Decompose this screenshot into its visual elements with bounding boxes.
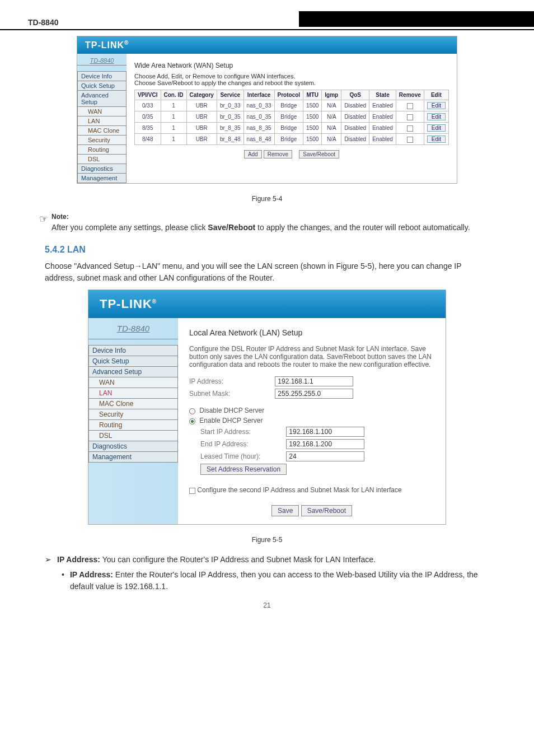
remove-checkbox[interactable]	[407, 137, 413, 143]
note-icon: ☞	[39, 213, 48, 225]
note-text: After you complete any settings, please …	[51, 222, 470, 234]
lan-desc: Configure the DSL Router IP Address and …	[189, 345, 434, 368]
brand-text: TP-LINK	[100, 297, 152, 311]
table-row: 0/35 1 UBR br_0_35 nas_0_35 Bridge 1500 …	[134, 111, 448, 123]
menu-device-info[interactable]: Device Info	[88, 345, 178, 356]
menu-mac-clone[interactable]: MAC Clone	[77, 125, 127, 135]
table-row: 8/48 1 UBR br_8_48 nas_8_48 Bridge 1500 …	[134, 134, 448, 145]
save-reboot-button[interactable]: Save/Reboot	[301, 505, 352, 516]
save-reboot-button[interactable]: Save/Reboot	[299, 150, 339, 158]
menu-management[interactable]: Management	[77, 173, 127, 183]
tp-brand-band: TP-LINK®	[77, 36, 457, 54]
dhcp-disable-radio[interactable]	[189, 408, 195, 414]
model-label: TD-8840	[77, 54, 127, 66]
ip-address-label: IP Address:	[189, 377, 273, 385]
sidebar-nav: TD-8840 Device Info Quick Setup Advanced…	[77, 54, 127, 183]
second-ip-checkbox[interactable]	[189, 488, 195, 494]
wan-main-panel: Wide Area Network (WAN) Setup Choose Add…	[127, 54, 457, 183]
dhcp-enable-label: Enable DHCP Server	[199, 417, 263, 424]
note-label: Note:	[51, 213, 470, 221]
section-intro: Choose "Advanced Setup→LAN" menu, and yo…	[45, 260, 489, 284]
menu-advanced[interactable]: Advanced Setup	[88, 366, 178, 377]
bullet-icon: •	[62, 569, 64, 581]
wan-table: VPI/VCI Con. ID Category Service Interfa…	[134, 90, 449, 145]
lease-time-input[interactable]: 24	[286, 451, 364, 461]
menu-mac-clone[interactable]: MAC Clone	[88, 398, 178, 409]
table-row: 8/35 1 UBR br_8_35 nas_8_35 Bridge 1500 …	[134, 123, 448, 134]
dhcp-disable-label: Disable DHCP Server	[199, 407, 264, 414]
bullet-icon: ➢	[45, 554, 51, 566]
wan-desc1: Choose Add, Edit, or Remove to configure…	[134, 73, 449, 80]
dhcp-enable-radio[interactable]	[189, 418, 195, 424]
set-address-reservation-button[interactable]: Set Address Reservation	[200, 464, 287, 475]
remove-checkbox[interactable]	[407, 125, 413, 132]
menu-management[interactable]: Management	[88, 451, 178, 463]
menu-security[interactable]: Security	[77, 135, 127, 144]
remove-checkbox[interactable]	[407, 103, 413, 109]
edit-button[interactable]: Edit	[427, 136, 446, 143]
lease-time-label: Leased Time (hour):	[200, 452, 284, 460]
end-ip-label: End IP Address:	[200, 440, 284, 448]
menu-routing[interactable]: Routing	[88, 419, 178, 430]
menu-wan[interactable]: WAN	[77, 106, 127, 116]
sidebar-nav: TD-8840 Device Info Quick Setup Advanced…	[88, 318, 178, 524]
brand-text: TP-LINK	[85, 40, 124, 50]
wan-setup-screenshot: TP-LINK® TD-8840 Device Info Quick Setup…	[77, 36, 457, 184]
tp-brand-band: TP-LINK®	[88, 290, 446, 318]
edit-button[interactable]: Edit	[427, 113, 446, 120]
wan-desc2: Choose Save/Reboot to apply the changes …	[134, 80, 449, 86]
menu-dsl[interactable]: DSL	[77, 154, 127, 164]
menu-dsl[interactable]: DSL	[88, 430, 178, 441]
lan-main-panel: Local Area Network (LAN) Setup Configure…	[178, 318, 446, 524]
subnet-mask-label: Subnet Mask:	[189, 390, 273, 398]
section-heading: 5.4.2 LAN	[45, 245, 489, 255]
menu-diagnostics[interactable]: Diagnostics	[88, 441, 178, 451]
header-blackout	[299, 11, 534, 27]
page-number: 21	[0, 601, 534, 609]
save-button[interactable]: Save	[271, 505, 299, 516]
bullet-text: IP Address: Enter the Router's local IP …	[70, 569, 489, 592]
remove-checkbox[interactable]	[407, 114, 413, 120]
menu-device-info[interactable]: Device Info	[77, 71, 127, 81]
menu-quick-setup[interactable]: Quick Setup	[88, 356, 178, 366]
remove-button[interactable]: Remove	[264, 150, 292, 158]
figure-caption-1: Figure 5-4	[0, 195, 534, 203]
menu-diagnostics[interactable]: Diagnostics	[77, 164, 127, 173]
menu-lan[interactable]: LAN	[88, 388, 178, 398]
wan-title: Wide Area Network (WAN) Setup	[134, 62, 449, 69]
add-button[interactable]: Add	[244, 150, 262, 158]
menu-quick-setup[interactable]: Quick Setup	[77, 81, 127, 90]
doc-model: TD-8840	[28, 18, 58, 27]
ip-address-input[interactable]: 192.168.1.1	[275, 376, 353, 386]
menu-security[interactable]: Security	[88, 409, 178, 419]
start-ip-label: Start IP Address:	[200, 428, 284, 436]
edit-button[interactable]: Edit	[427, 124, 446, 132]
menu-lan[interactable]: LAN	[77, 116, 127, 125]
end-ip-input[interactable]: 192.168.1.200	[286, 439, 364, 449]
menu-wan[interactable]: WAN	[88, 377, 178, 388]
lan-title: Local Area Network (LAN) Setup	[189, 328, 434, 337]
table-row: 0/33 1 UBR br_0_33 nas_0_33 Bridge 1500 …	[134, 100, 448, 111]
bullet-text: IP Address: You can configure the Router…	[57, 554, 376, 566]
menu-advanced[interactable]: Advanced Setup	[77, 90, 127, 106]
wan-table-header: VPI/VCI Con. ID Category Service Interfa…	[134, 90, 448, 100]
lan-setup-screenshot: TP-LINK® TD-8840 Device Info Quick Setup…	[88, 290, 446, 525]
model-label: TD-8840	[88, 318, 178, 339]
edit-button[interactable]: Edit	[427, 102, 446, 109]
menu-routing[interactable]: Routing	[77, 144, 127, 154]
subnet-mask-input[interactable]: 255.255.255.0	[275, 389, 353, 399]
figure-caption-2: Figure 5-5	[0, 536, 534, 544]
second-ip-label: Configure the second IP Address and Subn…	[197, 486, 401, 494]
start-ip-input[interactable]: 192.168.1.100	[286, 427, 364, 437]
